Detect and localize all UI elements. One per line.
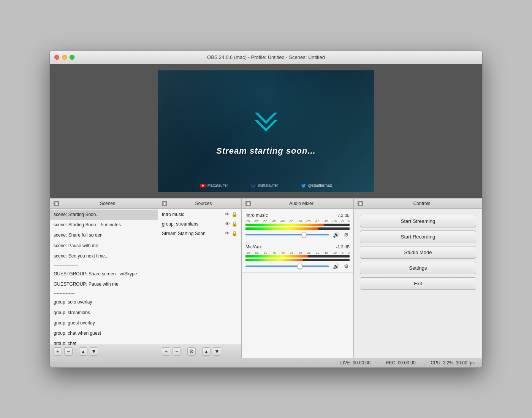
social-bar: MattStauffer mattstauffer @stauffermatt bbox=[158, 183, 374, 188]
scenes-list: scene: Starting Soon... scene: Starting … bbox=[50, 209, 158, 345]
traffic-lights bbox=[54, 55, 74, 60]
channel-settings-button-2[interactable]: ⚙ bbox=[343, 263, 350, 269]
visibility-icon[interactable]: 👁 bbox=[225, 211, 230, 217]
mixer-header-icon: ▣ bbox=[245, 201, 251, 206]
sources-move-up-button[interactable]: ▲ bbox=[202, 347, 211, 356]
source-controls: 👁 🔒 bbox=[225, 230, 238, 236]
meter-bar bbox=[245, 255, 350, 257]
list-item[interactable]: scene: Share full screen bbox=[50, 230, 158, 240]
divider bbox=[184, 348, 184, 354]
obs-window: OBS 24.0.6 (mac) - Profile: Untitled - S… bbox=[49, 50, 483, 368]
scenes-header-icon: ▣ bbox=[54, 201, 59, 206]
meter-labels: -60 -55 -50 -45 -40 -35 -30 -25 -20 -15 … bbox=[245, 251, 350, 254]
list-item[interactable]: group: chat when guest bbox=[50, 328, 158, 339]
divider bbox=[76, 348, 76, 354]
source-label: Stream Starting Soon bbox=[162, 231, 206, 236]
scenes-title: Scenes bbox=[61, 201, 154, 206]
scenes-move-down-button[interactable]: ▼ bbox=[90, 347, 98, 356]
list-item[interactable]: group: guest overlay bbox=[50, 318, 158, 328]
source-label: Intro music bbox=[162, 212, 184, 217]
lock-icon[interactable]: 🔒 bbox=[231, 230, 238, 236]
list-item[interactable]: group: streamlabs 👁 🔒 bbox=[158, 219, 241, 229]
list-item[interactable]: scene: Starting Soon... bbox=[50, 210, 158, 220]
mute-button[interactable]: 🔊 bbox=[332, 232, 340, 238]
preview-screen: Stream starting soon... MattStauffer mat… bbox=[158, 70, 374, 192]
maximize-button[interactable] bbox=[70, 55, 74, 60]
list-item[interactable]: GUESTGROUP: Pause with me bbox=[50, 279, 158, 289]
meter-bar-2 bbox=[245, 259, 350, 261]
volume-knob[interactable] bbox=[301, 232, 307, 237]
visibility-icon[interactable]: 👁 bbox=[225, 230, 230, 236]
status-bar: LIVE: 00:00:00 REC: 00:00:00 CPU: 3.2%, … bbox=[50, 358, 482, 367]
stream-starting-text: Stream starting soon... bbox=[216, 146, 315, 156]
settings-button[interactable]: Settings bbox=[360, 262, 476, 274]
sources-remove-button[interactable]: − bbox=[173, 347, 181, 356]
source-controls: 👁 🔒 bbox=[225, 221, 238, 227]
scenes-remove-button[interactable]: − bbox=[64, 347, 73, 356]
window-title: OBS 24.0.6 (mac) - Profile: Untitled - S… bbox=[207, 54, 325, 60]
mixer-channel-mic: Mic/Aux -1.3 dB -60 -55 -50 -45 -40 -35 … bbox=[242, 241, 353, 273]
rec-timer: REC: 00:00:00 bbox=[386, 360, 416, 366]
mixer-header: ▣ Audio Mixer bbox=[242, 199, 353, 209]
mixer-channels: Intro music -7.2 dB -60 -55 -50 -45 -40 … bbox=[242, 209, 353, 358]
controls-header-icon: ▣ bbox=[358, 201, 363, 206]
channel-controls: 🔊 ⚙ bbox=[245, 232, 350, 238]
list-item[interactable]: scene: Pause with me bbox=[50, 241, 158, 251]
twitter-handle: @stauffermatt bbox=[301, 183, 332, 188]
visibility-icon[interactable]: 👁 bbox=[225, 221, 230, 227]
start-recording-button[interactable]: Start Recording bbox=[360, 230, 476, 243]
list-item[interactable]: group: streamlabs bbox=[50, 308, 158, 318]
list-item[interactable]: group: chat bbox=[50, 339, 158, 345]
controls-title: Controls bbox=[365, 201, 478, 206]
scenes-panel: ▣ Scenes scene: Starting Soon... scene: … bbox=[50, 199, 158, 358]
live-timer: LIVE: 00:00:00 bbox=[340, 360, 370, 366]
exit-button[interactable]: Exit bbox=[360, 277, 476, 290]
volume-knob-2[interactable] bbox=[297, 264, 302, 269]
scenes-add-button[interactable]: + bbox=[54, 347, 62, 356]
meter-fill bbox=[245, 224, 324, 226]
meter-fill-2 bbox=[245, 259, 303, 261]
channel-controls: 🔊 ⚙ bbox=[245, 263, 350, 269]
controls-header: ▣ Controls bbox=[354, 199, 482, 209]
sources-settings-button[interactable]: ⚙ bbox=[187, 347, 196, 356]
channel-name: Intro music bbox=[245, 213, 268, 218]
sources-panel: ▣ Sources Intro music 👁 🔒 group: streaml… bbox=[158, 199, 242, 358]
mixer-channel-intro: Intro music -7.2 dB -60 -55 -50 -45 -40 … bbox=[242, 210, 353, 241]
main-panels: ▣ Scenes scene: Starting Soon... scene: … bbox=[50, 198, 482, 358]
channel-header: Mic/Aux -1.3 dB bbox=[245, 244, 350, 250]
list-item[interactable]: Stream Starting Soon 👁 🔒 bbox=[158, 229, 241, 238]
list-item[interactable]: Intro music 👁 🔒 bbox=[158, 210, 241, 219]
controls-buttons: Start Streaming Start Recording Studio M… bbox=[354, 209, 482, 296]
channel-db: -7.2 dB bbox=[336, 213, 350, 218]
scenes-move-up-button[interactable]: ▲ bbox=[79, 347, 87, 356]
list-item[interactable]: scene: See you next time... bbox=[50, 251, 158, 261]
obs-logo bbox=[251, 107, 281, 138]
separator: -------------- bbox=[50, 289, 158, 297]
volume-slider-2[interactable] bbox=[245, 265, 329, 267]
meter-fill bbox=[245, 255, 308, 257]
close-button[interactable] bbox=[54, 55, 59, 60]
start-streaming-button[interactable]: Start Streaming bbox=[360, 215, 476, 227]
sources-header-icon: ▣ bbox=[162, 201, 167, 206]
list-item[interactable]: GUESTGROUP: Share screen - w/Skype bbox=[50, 269, 158, 279]
mute-button-2[interactable]: 🔊 bbox=[332, 263, 340, 269]
sources-move-down-button[interactable]: ▼ bbox=[213, 347, 221, 356]
list-item[interactable]: group: solo overlay bbox=[50, 297, 158, 307]
scenes-header: ▣ Scenes bbox=[50, 199, 158, 209]
titlebar: OBS 24.0.6 (mac) - Profile: Untitled - S… bbox=[50, 51, 482, 64]
source-controls: 👁 🔒 bbox=[225, 211, 238, 217]
list-item[interactable]: scene: Starting Soon... 5 minutes bbox=[50, 220, 158, 230]
preview-area: Stream starting soon... MattStauffer mat… bbox=[50, 64, 482, 198]
minimize-button[interactable] bbox=[62, 55, 67, 60]
channel-settings-button[interactable]: ⚙ bbox=[343, 232, 350, 238]
meter-fill-2 bbox=[245, 227, 318, 230]
youtube-handle: MattStauffer bbox=[200, 183, 228, 188]
lock-icon[interactable]: 🔒 bbox=[231, 211, 238, 217]
meter-bar bbox=[245, 224, 350, 226]
volume-slider[interactable] bbox=[245, 234, 329, 235]
sources-add-button[interactable]: + bbox=[162, 347, 170, 356]
studio-mode-button[interactable]: Studio Mode bbox=[360, 246, 476, 259]
lock-icon[interactable]: 🔒 bbox=[231, 221, 238, 227]
source-label: group: streamlabs bbox=[162, 221, 198, 227]
meter-bar-2 bbox=[245, 227, 350, 230]
